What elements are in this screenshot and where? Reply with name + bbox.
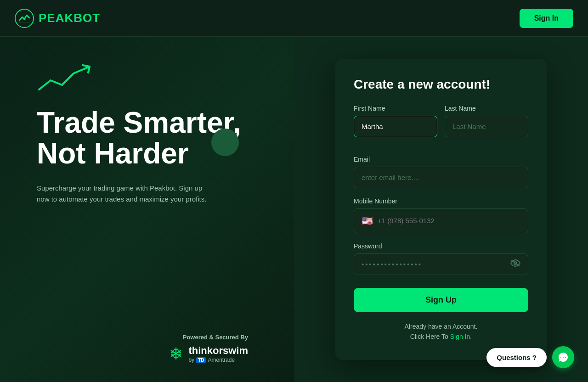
- chart-icon: [37, 64, 266, 98]
- peakbot-logo-icon: [15, 9, 34, 28]
- signin-prompt: Already have an Account. Click Here To S…: [354, 321, 528, 342]
- phone-input[interactable]: [378, 217, 520, 225]
- thinkorswim-brand: thinkorswim: [188, 345, 248, 357]
- last-name-label: Last Name: [445, 105, 528, 112]
- email-label: Email: [354, 156, 528, 163]
- left-panel: Trade Smarter, Not Harder Supercharge yo…: [0, 37, 294, 382]
- thinkorswim-text: thinkorswim by TD Ameritrade: [188, 345, 248, 363]
- name-row: First Name Last Name: [354, 105, 528, 146]
- mobile-label: Mobile Number: [354, 197, 528, 205]
- questions-button[interactable]: Questions ?: [486, 348, 547, 367]
- first-name-group: First Name: [354, 105, 437, 137]
- first-name-label: First Name: [354, 105, 437, 112]
- ameritrade-text: by TD Ameritrade: [188, 357, 248, 363]
- password-input[interactable]: [362, 260, 520, 268]
- logo-bot: BOT: [74, 11, 100, 25]
- logo: PEAKBOT: [15, 9, 100, 28]
- chat-icon-button[interactable]: [552, 346, 574, 368]
- powered-by-section: Powered & Secured By ❄ thinkorswim by TD…: [37, 334, 266, 364]
- svg-point-1: [23, 17, 26, 20]
- hero-content: Trade Smarter, Not Harder Supercharge yo…: [37, 64, 266, 334]
- snowflake-icon: ❄: [169, 344, 183, 364]
- logo-text: PEAKBOT: [39, 11, 100, 25]
- last-name-group: Last Name: [445, 105, 528, 137]
- chat-icon: [558, 352, 569, 363]
- last-name-input[interactable]: [445, 116, 528, 137]
- signup-button[interactable]: Sign Up: [354, 288, 528, 312]
- email-group: Email: [354, 156, 528, 188]
- logo-peak: PEAK: [39, 11, 74, 25]
- phone-input-wrapper: 🇺🇸: [354, 208, 528, 233]
- thinkorswim-logo: ❄ thinkorswim by TD Ameritrade: [169, 344, 248, 364]
- click-here-text: Click Here To: [410, 333, 448, 340]
- hero-subtitle: Supercharge your trading game with Peakb…: [37, 183, 211, 205]
- us-flag-icon: 🇺🇸: [362, 215, 373, 226]
- password-label: Password: [354, 242, 528, 250]
- email-input[interactable]: [354, 167, 528, 188]
- powered-label: Powered & Secured By: [183, 334, 248, 341]
- questions-bar: Questions ?: [486, 346, 574, 368]
- eye-icon[interactable]: [510, 259, 520, 269]
- td-badge: TD: [196, 357, 206, 363]
- already-account-text: Already have an Account.: [405, 323, 478, 330]
- form-title: Create a new account!: [354, 77, 528, 92]
- password-group: Password: [354, 242, 528, 275]
- signup-form-card: Create a new account! First Name Last Na…: [335, 59, 547, 360]
- signin-link[interactable]: Sign In: [450, 333, 470, 340]
- by-label: by: [188, 357, 194, 363]
- first-name-input[interactable]: [354, 116, 437, 137]
- period: .: [470, 333, 472, 340]
- ameritrade-label: Ameritrade: [208, 357, 235, 363]
- password-wrapper: [354, 253, 528, 275]
- header: PEAKBOT Sign In: [0, 0, 588, 37]
- mobile-group: Mobile Number 🇺🇸: [354, 197, 528, 233]
- header-signin-button[interactable]: Sign In: [520, 9, 573, 28]
- right-panel: Create a new account! First Name Last Na…: [294, 37, 588, 382]
- decorative-circle: [211, 129, 239, 156]
- main-layout: Trade Smarter, Not Harder Supercharge yo…: [0, 37, 588, 382]
